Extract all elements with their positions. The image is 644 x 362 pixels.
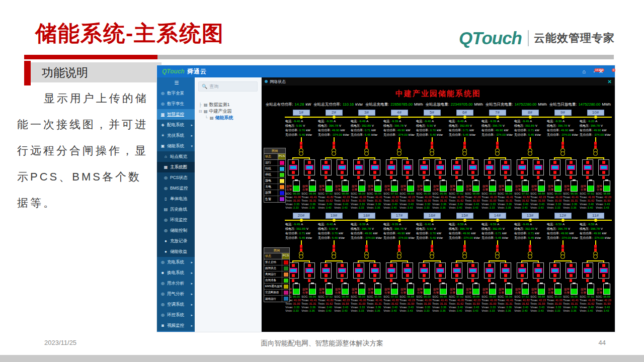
unit-branches: 故障告警SOC: 97.92Tmax: 41.82Tmin: 31.62Vmax… <box>515 159 546 210</box>
home-icon[interactable]: ⌂ <box>582 69 586 74</box>
unit-tag-3#[interactable]: 3# <box>358 110 375 116</box>
legend-header: 状态PCS <box>264 154 285 160</box>
reading-value: 41.82 <box>457 196 464 199</box>
meas-value: -374.00 <box>397 236 408 240</box>
reading-label: Tmax: <box>465 196 472 199</box>
close-icon[interactable]: ✕ <box>608 79 612 84</box>
menu-toggle-button[interactable]: ☰ <box>157 77 195 88</box>
breaker-icon <box>537 264 540 267</box>
nav-item-charge-discharge-records[interactable]: ●充放记录 <box>157 236 195 246</box>
breaker-icon <box>521 176 523 179</box>
nav-item-smart-monitoring[interactable]: ▦智慧监控 <box>157 109 195 120</box>
reading-value: 41.00 <box>424 299 432 302</box>
reading-value: 98.88 <box>407 192 414 195</box>
unit-tag-13#[interactable]: 13# <box>522 213 539 219</box>
unit-tag-14#[interactable]: 14# <box>489 213 506 219</box>
nav-item-charging-system[interactable]: ◎充电系统▸ <box>157 257 195 267</box>
nav-item-hvac-system[interactable]: ◎空调系统▸ <box>157 299 195 310</box>
meas-value: 0.70 <box>332 231 338 236</box>
reading-label: SOC: <box>367 295 373 298</box>
nav-item-label: 储能系统 <box>167 143 184 149</box>
unit-tag-11#[interactable]: 11# <box>587 213 604 219</box>
reading-label: SOC: <box>498 192 504 195</box>
battery-tmin: Tmin: 31.00 <box>547 302 562 306</box>
reading-value: 3.43 <box>603 206 609 209</box>
pcs-module-icon <box>289 268 297 273</box>
unit-tag-15#[interactable]: 15# <box>456 213 473 219</box>
battery-alarm-labels: 故障告警 <box>319 288 325 295</box>
nav-item-video-monitoring[interactable]: ◙视频监控▸ <box>157 320 195 331</box>
legend-label: 停机 <box>264 172 278 177</box>
nav-item-label: 站点概览 <box>170 154 187 160</box>
transformer-icon <box>430 151 434 156</box>
reading-value: 98.88 <box>603 192 610 195</box>
meas-value: -9.39 <box>490 119 497 124</box>
nav-item-storage-revenue[interactable]: ●储能收益 <box>157 246 195 257</box>
alarm-label: 告警 <box>564 291 570 295</box>
reading-label: Vmin: <box>432 309 439 312</box>
unit-tag-10#[interactable]: 10# <box>587 110 604 116</box>
battery-vmax: Vmax: 3.40 <box>449 203 464 206</box>
unit-tag-5#[interactable]: 5# <box>424 110 441 116</box>
alarm-label: 告警 <box>302 291 308 295</box>
nav-item-storage-control[interactable]: ◎储能控制 <box>157 225 195 236</box>
nav-item-pcs-status[interactable]: ◎PCS状态 <box>157 172 195 183</box>
tree-node-zhongjian-industrial-park[interactable]: ⊟▤中建产业园 <box>198 108 258 115</box>
breaker-icon <box>308 279 310 282</box>
unit-tag-6#[interactable]: 6# <box>456 110 473 116</box>
fault-label: 故障 <box>531 288 537 291</box>
unit-tag-17#[interactable]: 17# <box>391 213 408 219</box>
unit-tag-9#[interactable]: 9# <box>554 110 572 116</box>
search-input[interactable]: 🔍 查询 <box>198 81 258 92</box>
unit-tag-12#[interactable]: 12# <box>554 213 572 219</box>
meas-voltage: 线电压:396.78V <box>318 124 350 128</box>
nav-item-digital-twin[interactable]: ◎数字孪生 <box>157 99 195 109</box>
legend-swatch-cell <box>278 173 285 177</box>
meas-voltage: 线电压:392.89V <box>351 124 383 128</box>
tree-node-storage-system-node[interactable]: └▤储能系统 <box>198 115 258 121</box>
unit-tag-7#[interactable]: 7# <box>489 110 506 116</box>
unit-tag-20#[interactable]: 20# <box>293 213 310 219</box>
battery-group: 故障告警 <box>515 283 529 295</box>
unit-tag-8#[interactable]: 8# <box>522 110 539 116</box>
reading-label: Tmin: <box>416 199 423 202</box>
meas-active-power: 有功功率:49.90kW <box>481 128 514 133</box>
unit-tag-4#[interactable]: 4# <box>391 110 408 116</box>
nav-item-water-analysis[interactable]: ◎用水分析▸ <box>157 278 195 289</box>
fullscreen-icon[interactable]: ✕ <box>599 69 603 74</box>
unit-tag-19#[interactable]: 19# <box>326 213 343 219</box>
battery-alarm-labels: 故障告警 <box>384 288 390 295</box>
nav-item-storage-system[interactable]: ▣储能系统▾ <box>157 141 195 151</box>
unit-tag-18#[interactable]: 18# <box>358 213 375 219</box>
reading-value: 42.23 <box>408 299 415 302</box>
unit-tag-2#[interactable]: 2# <box>326 110 343 116</box>
battery-group: 故障告警 <box>482 179 496 192</box>
battery-vmax: Vmax: 3.40 <box>514 306 530 309</box>
nav-item-main-system-diagram[interactable]: ▦主系统图 <box>157 162 195 172</box>
tree-node-data-monitoring-1[interactable]: ├▤数据监测1 <box>198 102 258 108</box>
reading-value: 31.31 <box>308 199 316 202</box>
meas-active-power: 有功功率:0.71kW <box>481 231 514 236</box>
nav-item-battery-swap-system[interactable]: ■换电系统▸ <box>157 267 195 278</box>
nav-item-pv-system[interactable]: ☀光伏系统▸ <box>157 130 195 141</box>
nav-item-environment-monitoring[interactable]: ◎环境监控 <box>157 215 195 225</box>
nav-item-env-control-system[interactable]: ◎环控系统▸ <box>157 310 195 320</box>
reading-label: Tmax: <box>383 299 391 302</box>
pcs-module-icon <box>534 268 542 273</box>
reading-value: 96.00 <box>489 295 496 298</box>
nav-item-cell-battery[interactable]: ▯单体电池 <box>157 194 195 204</box>
alarm-label: 告警 <box>482 188 488 192</box>
nav-item-history-curve[interactable]: ▤历史曲线 <box>157 204 195 215</box>
nav-item-digital-panorama[interactable]: ◎数字全景 <box>157 88 195 99</box>
unit-tag-16#[interactable]: 16# <box>424 213 441 219</box>
nav-item-gas-analysis[interactable]: ◎用气分析▸ <box>157 289 195 299</box>
reading-value: 41.82 <box>522 196 530 199</box>
nav-item-power-distribution[interactable]: ◈配电系统▸ <box>157 120 195 130</box>
nav-item-site-overview[interactable]: ⌂站点概览 <box>157 151 195 162</box>
unit-tag-1#[interactable]: 1# <box>293 110 310 116</box>
battery-vmin: Vmin: 3.43 <box>530 206 546 210</box>
meas-unit: V <box>535 124 537 128</box>
nav-item-bms-monitoring[interactable]: ◎BMS监控 <box>157 183 195 194</box>
meas-unit: kW <box>471 231 476 236</box>
breaker-icon <box>488 161 491 164</box>
